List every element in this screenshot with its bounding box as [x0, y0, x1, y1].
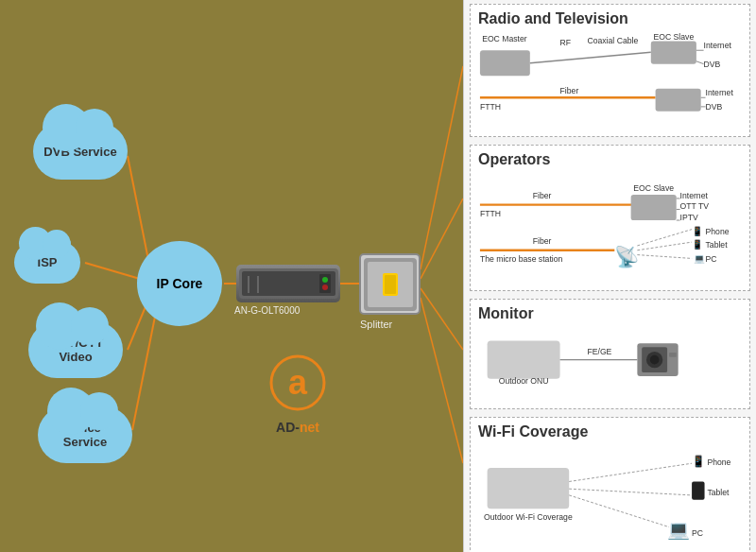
svg-text:Tablet: Tablet — [706, 240, 729, 250]
panel-operators: Operators Fiber FTTH EOC Slave Internet … — [470, 145, 750, 291]
panel-operators-svg: Fiber FTTH EOC Slave Internet OTT TV IPT… — [478, 172, 742, 283]
svg-line-65 — [637, 255, 692, 259]
panel-radio-tv-title: Radio and Television — [478, 10, 742, 27]
svg-text:FE/GE: FE/GE — [587, 347, 611, 356]
svg-line-6 — [421, 66, 463, 269]
svg-text:📡: 📡 — [614, 245, 640, 269]
svg-rect-37 — [656, 89, 701, 112]
svg-text:Outdoor ONU: Outdoor ONU — [499, 376, 549, 386]
svg-text:Fiber: Fiber — [560, 86, 579, 95]
panel-operators-content: Fiber FTTH EOC Slave Internet OTT TV IPT… — [478, 172, 742, 283]
panel-radio-tv-content: EOC Master RF Coaxial Cable EOC Slave In… — [478, 31, 742, 129]
svg-text:Internet: Internet — [680, 191, 709, 200]
svg-rect-66 — [488, 341, 560, 379]
svg-text:FTTH: FTTH — [480, 102, 501, 112]
iptv-label: IPTV/OTTVideo — [48, 336, 104, 364]
svg-text:Fiber: Fiber — [533, 236, 552, 246]
svg-text:EOC Slave: EOC Slave — [653, 32, 694, 42]
panel-radio-tv-svg: EOC Master RF Coaxial Cable EOC Slave In… — [478, 31, 742, 129]
svg-rect-23 — [480, 50, 530, 76]
panel-monitor-content: Outdoor ONU FE/GE — [478, 326, 742, 401]
cloud-voice: VoiceService — [38, 406, 132, 463]
svg-rect-74 — [669, 353, 677, 357]
svg-rect-82 — [692, 482, 704, 500]
svg-text:💻: 💻 — [694, 253, 706, 265]
svg-text:EOC Master: EOC Master — [482, 34, 527, 43]
panel-wifi-title: Wi-Fi Coverage — [478, 423, 742, 440]
svg-line-79 — [569, 495, 669, 527]
svg-rect-75 — [488, 468, 570, 509]
svg-text:Internet: Internet — [704, 41, 732, 50]
svg-text:The micro base station: The micro base station — [480, 254, 563, 264]
svg-point-16 — [322, 285, 328, 290]
svg-rect-20 — [385, 275, 396, 294]
svg-text:DVB: DVB — [704, 60, 721, 69]
ip-core-label: IP Core — [157, 276, 203, 291]
svg-text:OTT TV: OTT TV — [680, 201, 710, 211]
svg-rect-28 — [651, 42, 696, 64]
svg-text:Outdoor Wi-Fi Coverage: Outdoor Wi-Fi Coverage — [484, 512, 573, 522]
svg-point-15 — [322, 277, 328, 283]
panel-wifi-content: Outdoor Wi-Fi Coverage 📱 Phone Tablet 💻 … — [478, 444, 742, 546]
svg-line-33 — [696, 61, 704, 64]
svg-text:EOC Slave: EOC Slave — [633, 183, 674, 193]
svg-text:📱: 📱 — [692, 226, 704, 237]
right-panels: Radio and Television EOC Master RF Coaxi… — [463, 0, 756, 552]
svg-text:💻: 💻 — [667, 520, 691, 542]
svg-text:RF: RF — [560, 38, 572, 47]
isp-label: ISP — [38, 255, 58, 269]
svg-text:FTTH: FTTH — [480, 209, 501, 218]
svg-text:a: a — [288, 363, 308, 402]
cloud-iptv: IPTV/OTTVideo — [28, 321, 123, 378]
svg-line-64 — [637, 242, 692, 250]
adnet-logo: a AD-net — [250, 354, 345, 435]
svg-text:PC: PC — [692, 529, 703, 539]
olt-device — [236, 265, 340, 302]
cloud-dvb: DVB Service — [33, 123, 128, 180]
svg-point-73 — [650, 355, 660, 365]
panel-operators-title: Operators — [478, 151, 742, 168]
svg-text:📱: 📱 — [692, 239, 704, 250]
svg-line-1 — [85, 263, 140, 279]
svg-text:Internet: Internet — [706, 88, 734, 97]
panel-radio-tv: Radio and Television EOC Master RF Coaxi… — [470, 4, 750, 137]
svg-text:📱: 📱 — [692, 456, 706, 469]
cloud-isp: ISP — [14, 241, 80, 284]
svg-rect-45 — [631, 195, 677, 220]
panel-wifi: Wi-Fi Coverage Outdoor Wi-Fi Coverage 📱 … — [470, 417, 750, 552]
svg-text:Coaxial Cable: Coaxial Cable — [587, 36, 638, 45]
svg-line-8 — [421, 288, 463, 350]
svg-line-78 — [569, 490, 692, 496]
svg-text:Tablet: Tablet — [707, 488, 730, 497]
svg-line-7 — [421, 198, 463, 279]
panel-wifi-svg: Outdoor Wi-Fi Coverage 📱 Phone Tablet 💻 … — [478, 444, 742, 546]
svg-text:Phone: Phone — [706, 227, 730, 236]
svg-text:Fiber: Fiber — [533, 191, 552, 200]
splitter-device — [359, 253, 421, 315]
dvb-label: DVB Service — [43, 145, 116, 159]
svg-line-25 — [530, 52, 651, 63]
svg-text:Phone: Phone — [707, 458, 730, 468]
svg-line-9 — [421, 298, 463, 463]
svg-line-3 — [132, 312, 156, 430]
svg-text:PC: PC — [706, 254, 717, 264]
olt-label: AN-G-OLT6000 — [234, 305, 300, 316]
voice-label: VoiceService — [63, 421, 107, 449]
panel-monitor-title: Monitor — [478, 305, 742, 322]
svg-text:DVB: DVB — [706, 102, 723, 112]
left-section: DVB Service ISP IPTV/OTTVideo VoiceServi… — [0, 0, 463, 552]
svg-text:IPTV: IPTV — [680, 213, 698, 222]
panel-monitor-svg: Outdoor ONU FE/GE — [478, 326, 742, 401]
splitter-label: Splitter — [360, 319, 392, 330]
svg-line-77 — [569, 464, 692, 482]
ip-core: IP Core — [137, 241, 222, 326]
panel-monitor: Monitor Outdoor ONU FE/GE — [470, 299, 750, 409]
